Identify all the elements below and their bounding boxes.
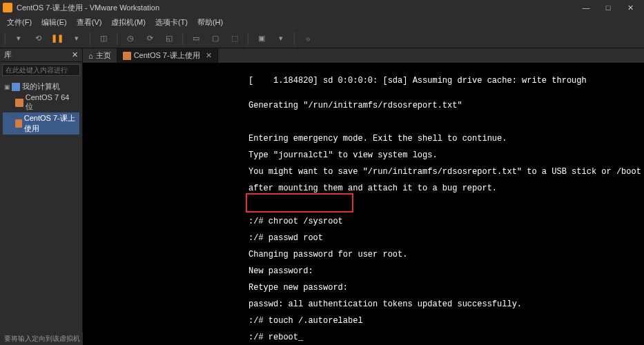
- toolbar: ▾ ⟲ ❚❚ ▾ ◫ ◷ ⟳ ◱ ▭ ▢ ⬚ ▣ ▾ ⟐: [0, 29, 644, 48]
- stretch-button[interactable]: ⟐: [300, 30, 316, 47]
- term-line: Type "journalctl" to view system logs.: [248, 151, 644, 159]
- term-line: passwd: all authentication tokens update…: [248, 300, 644, 308]
- vm-icon: [15, 119, 22, 128]
- maximize-button[interactable]: □: [597, 3, 619, 12]
- revert-icon[interactable]: ⟳: [142, 30, 158, 47]
- menu-view[interactable]: 查看(V): [72, 16, 106, 29]
- term-line: :/# touch /.autorelabel: [248, 317, 644, 325]
- sidebar: 库 ✕ ▣ 我的计算机 CentOS 7 64 位 CentOS 7-课上使用: [0, 48, 83, 333]
- sidebar-title: 库: [4, 50, 12, 60]
- home-icon: ⌂: [88, 52, 93, 60]
- fullscreen-button[interactable]: ▣: [253, 30, 270, 47]
- content-area: ⌂ 主页 CentOS 7-课上使用 ✕ [ 1.184820] sd 0:0:…: [83, 48, 644, 333]
- close-button[interactable]: ✕: [619, 3, 641, 12]
- snapshot-take-button[interactable]: ◫: [95, 30, 112, 47]
- resume-dropdown[interactable]: ▾: [68, 30, 85, 47]
- menu-vm[interactable]: 虚拟机(M): [107, 16, 150, 29]
- tab-close-icon[interactable]: ✕: [206, 51, 212, 60]
- pause-button[interactable]: ❚❚: [49, 30, 66, 47]
- tab-home-label: 主页: [96, 50, 111, 61]
- view-thumb-button[interactable]: ▭: [188, 30, 204, 47]
- tree-root-label: 我的计算机: [22, 81, 60, 92]
- vm-icon: [123, 52, 131, 60]
- annotation-highlight: [246, 193, 353, 213]
- term-line: [ 1.184820] sd 0:0:0:0: [sda] Assuming d…: [248, 77, 644, 85]
- vm-icon: [15, 99, 23, 107]
- vm-tree: ▣ 我的计算机 CentOS 7 64 位 CentOS 7-课上使用: [0, 78, 82, 137]
- tab-strip: ⌂ 主页 CentOS 7-课上使用 ✕: [83, 48, 644, 63]
- term-line: :/# reboot_: [248, 333, 644, 342]
- term-line: Retype new password:: [248, 284, 644, 292]
- view-console-button[interactable]: ⬚: [226, 30, 243, 47]
- window-title: CentOS 7-课上使用 - VMware Workstation: [17, 3, 575, 13]
- search-input[interactable]: [2, 64, 80, 76]
- menu-help[interactable]: 帮助(H): [193, 16, 227, 29]
- terminal-console[interactable]: [ 1.184820] sd 0:0:0:0: [sda] Assuming d…: [83, 63, 644, 345]
- tree-item-vm-0[interactable]: CentOS 7 64 位: [3, 92, 79, 112]
- view-unity-button[interactable]: ▢: [207, 30, 224, 47]
- main-area: 库 ✕ ▣ 我的计算机 CentOS 7 64 位 CentOS 7-课上使用: [0, 48, 644, 333]
- term-line: Generating "/run/initramfs/rdsosreport.t…: [248, 101, 644, 110]
- titlebar: CentOS 7-课上使用 - VMware Workstation — □ ✕: [0, 0, 644, 15]
- tree-root[interactable]: ▣ 我的计算机: [3, 81, 79, 92]
- power-dropdown-button[interactable]: ▾: [10, 30, 27, 47]
- tree-item-vm-1[interactable]: CentOS 7-课上使用: [3, 112, 79, 135]
- menu-tabs[interactable]: 选项卡(T): [151, 16, 192, 29]
- menu-edit[interactable]: 编辑(E): [37, 16, 71, 29]
- term-line: after mounting them and attach it to a b…: [248, 184, 644, 193]
- tab-vm[interactable]: CentOS 7-课上使用 ✕: [117, 48, 218, 63]
- term-line: :/# passwd root: [248, 234, 644, 242]
- menu-file[interactable]: 文件(F): [3, 16, 36, 29]
- snapshot-button[interactable]: ⟲: [30, 30, 46, 47]
- app-icon: [3, 3, 12, 12]
- fold-icon[interactable]: ▣: [4, 83, 10, 90]
- sidebar-close-icon[interactable]: ✕: [72, 50, 78, 59]
- term-line: New password:: [248, 267, 644, 275]
- term-line: Changing password for user root.: [248, 250, 644, 259]
- fullscreen-dropdown[interactable]: ▾: [273, 30, 289, 47]
- manage-icon[interactable]: ◱: [161, 30, 177, 47]
- term-line: Entering emergency mode. Exit the shell …: [248, 135, 644, 143]
- tab-vm-label: CentOS 7-课上使用: [134, 50, 200, 61]
- sidebar-header: 库 ✕: [0, 48, 82, 62]
- sidebar-search: [0, 62, 82, 78]
- computer-icon: [12, 83, 20, 91]
- tree-item-label: CentOS 7 64 位: [26, 93, 78, 112]
- tab-home[interactable]: ⌂ 主页: [83, 48, 117, 63]
- tree-item-label: CentOS 7-课上使用: [24, 113, 78, 134]
- term-line: You might want to save "/run/initramfs/r…: [248, 168, 644, 176]
- term-line: :/# chroot /sysroot: [248, 217, 644, 226]
- clock-icon[interactable]: ◷: [122, 30, 139, 47]
- menubar: 文件(F) 编辑(E) 查看(V) 虚拟机(M) 选项卡(T) 帮助(H): [0, 15, 644, 29]
- minimize-button[interactable]: —: [575, 3, 597, 12]
